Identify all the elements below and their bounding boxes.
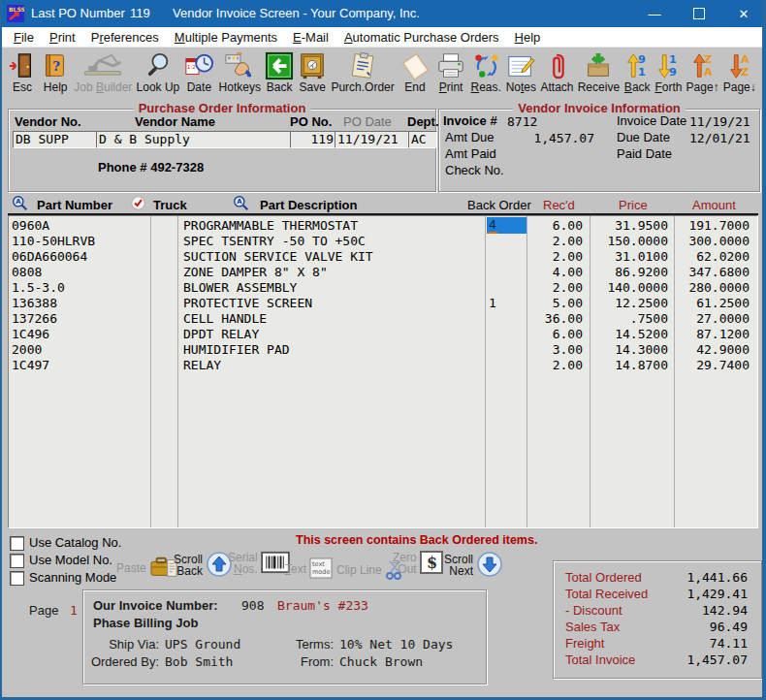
serial-nos-button[interactable]: SerialNos. <box>228 551 290 576</box>
toolbar-receive-button[interactable]: Receive <box>578 50 620 93</box>
dept-field[interactable]: AC <box>408 131 437 148</box>
po-no-field[interactable]: 119 <box>290 131 336 148</box>
toolbar-job-builder-button[interactable]: Job Builder <box>74 50 132 93</box>
grid-row[interactable]: 2000 HUMIDIFIER PAD 3.00 14.3000 42.9000 <box>9 342 757 358</box>
toolbar-reassign-label: Reas. <box>471 81 501 93</box>
menu-automatic-purchase-orders[interactable]: Automatic Purchase Orders <box>336 30 507 45</box>
maximize-button[interactable] <box>677 0 721 27</box>
recd-cell: 6.00 <box>513 327 583 341</box>
menu-help[interactable]: Help <box>507 30 549 45</box>
use-catalog-no-label: Use Catalog No. <box>29 535 121 550</box>
freight-value: 74.11 <box>710 636 748 651</box>
part-description-lookup-icon[interactable]: A <box>233 195 249 214</box>
toolbar-back-button[interactable]: Back <box>265 50 294 93</box>
grid-row[interactable]: 1.5-3.0 BLOWER ASSEMBLY 2.00 140.0000 28… <box>9 280 757 296</box>
back-order-cell: 1 <box>489 296 496 310</box>
menu-preferences[interactable]: Preferences <box>83 30 167 45</box>
menu-print[interactable]: Print <box>42 30 83 45</box>
scroll-next-button[interactable]: ScrollNext <box>444 551 503 580</box>
toolbar-print-button[interactable]: Print <box>435 50 466 93</box>
truck-check-icon[interactable] <box>130 195 146 214</box>
toolbar-look-up-button[interactable]: Look Up <box>137 50 180 93</box>
desc-cell: RELAY <box>183 358 221 372</box>
notes-icon <box>505 50 536 81</box>
grid-row[interactable]: 137266 CELL HANDLE 36.00 .7500 27.0000 <box>9 311 757 327</box>
grid-row[interactable]: 0808 ZONE DAMPER 8" X 8" 4.00 86.9200 34… <box>9 265 757 280</box>
toolbar-purchase-order-button[interactable]: Purch.Order <box>331 50 394 93</box>
toolbar-save-button[interactable]: Save <box>298 50 327 93</box>
our-invoice-note: Braum's #233 <box>277 598 368 613</box>
amount-cell: 42.9000 <box>678 342 750 357</box>
invoice-date-value: 11/19/21 <box>689 114 750 129</box>
ship-via-value: UPS Ground <box>165 637 240 652</box>
text-button[interactable]: Text textmode <box>285 557 333 581</box>
toolbar-attach-label: Attach <box>541 81 574 93</box>
vendor-name-field[interactable]: D & B Supply <box>96 131 292 148</box>
page-up-arrow-icon: ZA <box>689 50 717 81</box>
toolbar-esc-button[interactable]: Esc <box>8 50 37 93</box>
paste-button[interactable]: Paste <box>116 555 178 582</box>
scroll-back-button[interactable]: ScrollBack <box>174 551 233 580</box>
toolbar-notes-button[interactable]: Notes <box>505 50 536 93</box>
titlebar[interactable]: BLSS Last PO Number 119 Vendor Invoice S… <box>0 0 766 27</box>
close-button[interactable]: ✕ <box>721 0 766 27</box>
recd-cell: 2.00 <box>513 249 583 264</box>
menu-email[interactable]: E-Mail <box>285 30 336 45</box>
use-model-no-checkbox[interactable] <box>10 554 24 568</box>
toolbar-help-button[interactable]: ? Help <box>41 50 70 93</box>
from-label: From: <box>258 654 334 669</box>
line-items-grid[interactable]: 0960A PROGRAMMABLE THERMOSTAT 4 6.00 31.… <box>8 215 758 528</box>
svg-text:1: 1 <box>669 53 677 66</box>
paid-date-label: Paid Date <box>617 146 672 161</box>
menu-file[interactable]: File <box>6 30 42 45</box>
grid-row[interactable]: 0960A PROGRAMMABLE THERMOSTAT 4 6.00 31.… <box>9 218 757 234</box>
toolbar-attach-button[interactable]: Attach <box>541 50 574 93</box>
paperclip-icon <box>546 50 569 81</box>
check-no-label: Check No. <box>445 163 504 177</box>
grid-row[interactable]: 1C496 DPDT RELAY 6.00 14.5200 87.1200 <box>9 327 757 342</box>
use-catalog-no-checkbox[interactable] <box>10 536 24 551</box>
toolbar-reassign-button[interactable]: Reas. <box>470 50 501 93</box>
toolbar-date-button[interactable]: 1:2 Date <box>183 50 214 93</box>
price-cell: 86.9200 <box>590 265 668 279</box>
amount-cell: 61.2500 <box>678 296 750 310</box>
sales-tax-value: 96.49 <box>710 620 748 634</box>
toolbar-page-up-button[interactable]: ZA Page↑ <box>686 50 719 93</box>
purchase-order-info-group: Purchase Order Information Vendor No. Ve… <box>8 109 436 192</box>
due-date-label: Due Date <box>617 130 670 144</box>
toolbar-hotkeys-button[interactable]: Hotkeys <box>219 50 261 93</box>
grid-row[interactable]: 110-50HLRVB SPEC TSENTRY -50 TO +50C 2.0… <box>9 234 757 249</box>
amount-cell: 347.6800 <box>678 265 750 279</box>
toolbar-record-back-button[interactable]: 91 Back <box>623 50 651 93</box>
toolbar-record-forth-button[interactable]: 19 Forth <box>654 50 682 93</box>
part-number-lookup-icon[interactable]: A <box>12 195 28 214</box>
clip-line-label: Clip Line <box>336 564 382 576</box>
svg-text:A: A <box>704 66 713 79</box>
price-cell: 14.8700 <box>590 358 668 372</box>
scanning-mode-checkbox[interactable] <box>10 571 24 586</box>
menu-multiple-payments[interactable]: Multiple Payments <box>167 30 285 45</box>
grid-row[interactable]: 136388 PROTECTIVE SCREEN 1 5.00 12.2500 … <box>9 296 757 311</box>
svg-text:1:2: 1:2 <box>187 64 196 70</box>
grid-row[interactable]: 06DA660064 SUCTION SERVICE VALVE KIT 2.0… <box>9 249 757 265</box>
crane-icon <box>81 50 124 81</box>
recd-cell: 5.00 <box>513 296 583 310</box>
po-date-field[interactable]: 11/19/21 <box>335 131 410 148</box>
minimize-button[interactable]: — <box>632 0 677 27</box>
totals-panel: Total Ordered 1,441.66 Total Received 1,… <box>553 560 762 679</box>
minimize-icon: — <box>649 7 661 21</box>
toolbar-end-button[interactable]: End <box>399 50 431 93</box>
text-label: Text <box>285 563 306 575</box>
menu-bar: File Print Preferences Multiple Payments… <box>0 27 766 47</box>
part-cell: 110-50HLRVB <box>12 234 95 248</box>
po-no-label: PO No. <box>290 114 332 129</box>
discount-label: - Discount <box>565 603 622 618</box>
vendor-no-field[interactable]: DB SUPP <box>13 131 98 148</box>
grid-row[interactable]: 1C497 RELAY 2.00 14.8700 29.7400 <box>9 358 757 373</box>
purchase-order-clipboard-icon <box>347 50 378 81</box>
desc-cell: ZONE DAMPER 8" X 8" <box>183 265 328 279</box>
toolbar-page-down-button[interactable]: AZ Page↓ <box>723 50 756 93</box>
svg-text:Z: Z <box>704 53 712 66</box>
svg-text:A: A <box>741 53 750 66</box>
zero-out-button[interactable]: ZeroOut $ <box>393 551 443 576</box>
